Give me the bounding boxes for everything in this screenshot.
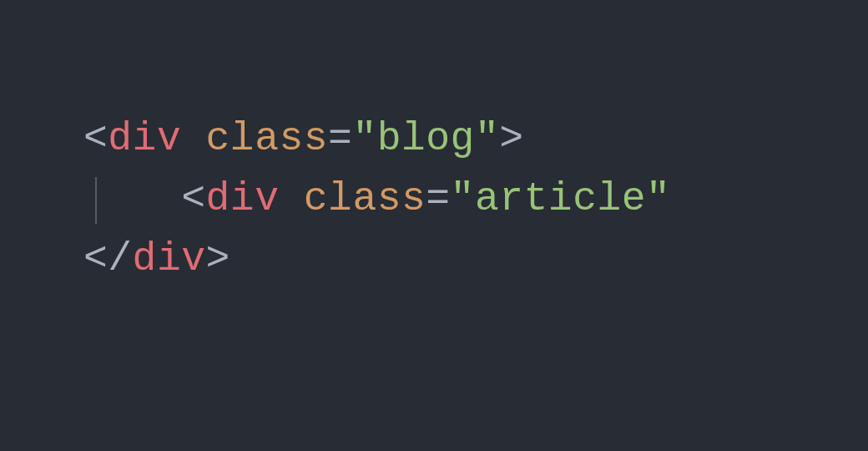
code-token-string: "blog" — [352, 116, 499, 161]
code-token-equals: = — [426, 176, 450, 221]
code-line[interactable]: <div class="blog"> — [83, 109, 868, 169]
code-token-space — [279, 176, 303, 221]
code-token-tag: div — [206, 176, 280, 221]
code-token-string: "article" — [451, 176, 671, 221]
code-token-tag: div — [108, 116, 181, 161]
code-token-attr: class — [206, 116, 329, 161]
code-token-tag: div — [133, 236, 206, 281]
code-token-bracket: > — [499, 116, 523, 161]
code-editor[interactable]: <div class="blog"> <div class="article" … — [0, 0, 868, 289]
indent-guide — [95, 177, 97, 224]
code-token-space — [181, 116, 205, 161]
code-indent — [83, 176, 181, 221]
code-line[interactable]: </div> — [83, 229, 868, 289]
code-token-attr: class — [304, 176, 426, 221]
code-token-bracket: > — [206, 236, 230, 281]
code-token-bracket: < — [83, 116, 108, 161]
code-token-bracket: < — [181, 176, 205, 221]
code-token-equals: = — [328, 116, 352, 161]
code-token-bracket: </ — [83, 236, 133, 281]
code-line[interactable]: <div class="article" — [83, 169, 868, 229]
